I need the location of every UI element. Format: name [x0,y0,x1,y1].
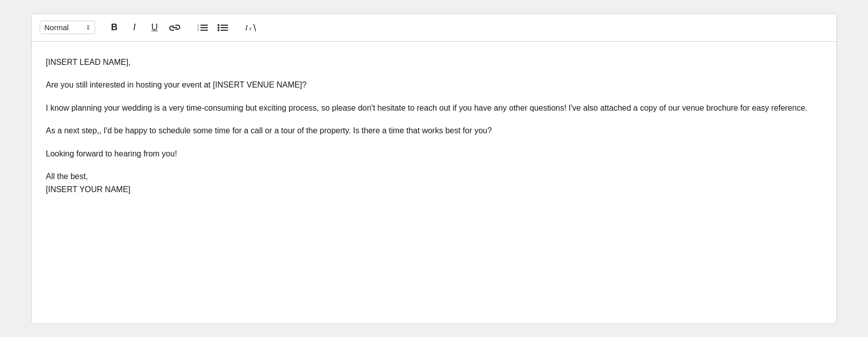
content-line-2: Are you still interested in hosting your… [46,78,822,92]
content-line-3: I know planning your wedding is a very t… [46,102,822,115]
style-selector-label: Normal [44,23,84,32]
content-line-1: [INSERT LEAD NAME], [46,56,822,69]
ordered-list-button[interactable]: 1 2 3 [194,19,211,36]
svg-point-12 [218,29,220,31]
toolbar-divider-2 [188,22,189,34]
svg-line-15 [254,24,256,31]
rich-text-editor: Normal ⇕ B I U 1 2 3 [31,14,837,324]
svg-text:I: I [245,24,248,32]
svg-point-10 [218,24,220,26]
editor-toolbar: Normal ⇕ B I U 1 2 3 [32,14,836,42]
unordered-list-icon [217,23,228,33]
svg-text:3: 3 [197,28,199,31]
clear-format-button[interactable]: I x [242,19,259,36]
editor-content[interactable]: [INSERT LEAD NAME], Are you still intere… [32,42,836,323]
link-button[interactable] [166,19,183,36]
content-line-4: As a next step,, I'd be happy to schedul… [46,124,822,137]
style-selector[interactable]: Normal ⇕ [40,21,95,34]
chevron-updown-icon: ⇕ [86,24,91,31]
link-icon-svg [169,24,180,32]
underline-button[interactable]: U [146,19,163,36]
unordered-list-button[interactable] [214,19,231,36]
content-line-5: Looking forward to hearing from you! [46,147,822,160]
ordered-list-icon: 1 2 3 [197,23,208,33]
clear-format-icon: I x [245,23,256,33]
italic-button[interactable]: I [126,19,143,36]
svg-text:x: x [249,26,252,31]
toolbar-divider-1 [100,22,101,34]
content-line-6: All the best, [INSERT YOUR NAME] [46,170,822,196]
toolbar-divider-3 [236,22,237,34]
bold-button[interactable]: B [106,19,123,36]
svg-point-11 [218,27,220,29]
